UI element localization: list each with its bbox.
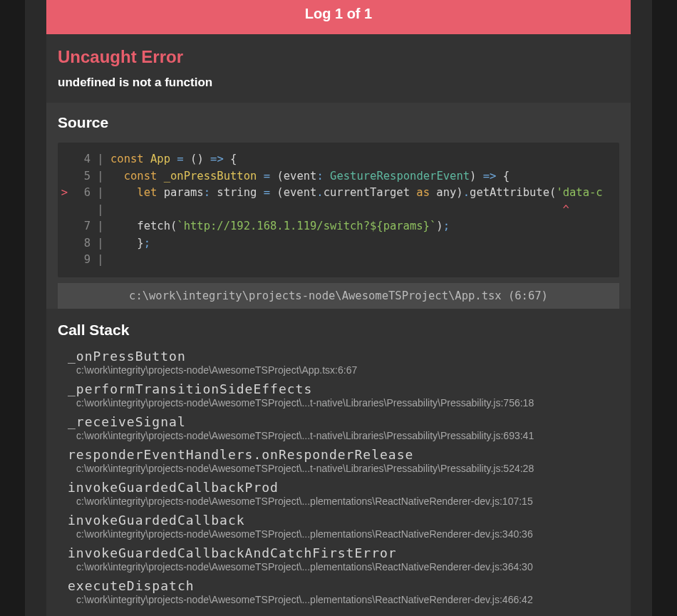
code-token [144,153,150,165]
code-token [270,170,277,183]
stack-frame[interactable]: _receiveSignalc:\work\integrity\projects… [58,414,619,441]
code-token: 'data-c [556,186,602,199]
frame-function: invokeGuardedCallbackAndCatchFirstError [68,545,619,560]
frame-function: _onPressButton [68,349,619,364]
line-number [68,202,91,219]
code-token: : [204,186,210,199]
gutter-pipe: | [91,153,110,165]
code-line: >6 | let params: string = (event.current… [58,185,619,202]
code-token: event [284,186,317,199]
gutter-pipe: | [91,220,110,232]
frame-location: c:\work\integrity\projects-node\AwesomeT… [68,364,619,376]
code-token: ( [277,186,283,199]
code-token: let [137,186,157,199]
code-line: 5 | const _onPressButton = (event: Gestu… [58,168,619,185]
code-token: { [503,170,510,183]
line-number: 9 [68,252,91,269]
error-section: Uncaught Error undefined is not a functi… [46,34,631,103]
code-token: { [230,153,237,165]
code-token: ^ [563,203,569,216]
stack-frame[interactable]: executeDispatchc:\work\integrity\project… [58,578,619,605]
code-token: . [463,186,470,199]
code-token [496,170,502,183]
frame-function: invokeGuardedCallback [68,513,619,528]
code-token: () [190,153,204,165]
gutter-pipe: | [91,237,110,250]
code-token: event [284,170,317,183]
code-token [110,186,137,199]
code-token: App [150,153,170,165]
frame-function: responderEventHandlers.onResponderReleas… [68,447,619,462]
error-screen: Log 1 of 1 Uncaught Error undefined is n… [46,0,631,616]
code-line: 8 | }; [58,235,619,252]
log-header[interactable]: Log 1 of 1 [46,0,631,34]
code-token: ; [144,237,150,250]
code-token: `http://192.168.1.119/switch?${params}` [177,220,436,232]
code-token [324,170,330,183]
code-token: fetch [137,220,170,232]
code-token [110,170,124,183]
code-token: ) [470,170,476,183]
error-marker: > [58,185,68,202]
error-message: undefined is not a function [58,76,619,90]
gutter-pipe: | [91,186,110,199]
code-token: GestureResponderEvent [330,170,470,183]
code-token: ( [549,186,556,199]
code-token [257,170,263,183]
source-section: Source 4 | const App = () => { 5 | const… [46,103,631,309]
stack-frame[interactable]: invokeGuardedCallbackProdc:\work\integri… [58,480,619,507]
code-line: | ^ [58,202,619,219]
code-token: getAttribute [470,186,549,199]
code-token: ) [436,220,443,232]
source-code-block: 4 | const App = () => { 5 | const _onPre… [58,143,619,277]
frame-function: executeDispatch [68,578,619,593]
code-token [270,186,277,199]
frame-function: _receiveSignal [68,414,619,429]
code-token: = [177,153,183,165]
code-token [476,170,482,183]
code-token [157,170,163,183]
callstack-title: Call Stack [58,322,619,339]
gutter-pipe: | [91,253,110,266]
code-token: as [416,186,430,199]
code-line: 4 | const App = () => { [58,151,619,168]
source-title: Source [58,114,619,131]
line-number: 8 [68,235,91,252]
error-title: Uncaught Error [58,47,619,67]
stack-frames: _onPressButtonc:\work\integrity\projects… [58,349,619,605]
code-token: ; [443,220,450,232]
source-file-path: c:\work\integrity\projects-node\AwesomeT… [58,283,619,309]
line-number: 5 [68,168,91,185]
code-token [110,203,563,216]
frame-location: c:\work\integrity\projects-node\AwesomeT… [68,397,619,409]
frame-function: _performTransitionSideEffects [68,381,619,396]
code-token: string [210,186,264,199]
code-token: ) [456,186,462,199]
error-marker [58,252,68,269]
code-line: 7 | fetch(`http://192.168.1.119/switch?$… [58,218,619,235]
code-token [184,153,190,165]
gutter-pipe: | [91,170,110,183]
frame-location: c:\work\integrity\projects-node\AwesomeT… [68,496,619,507]
code-token: } [137,237,143,250]
stack-frame[interactable]: invokeGuardedCallbackAndCatchFirstErrorc… [58,545,619,573]
frame-location: c:\work\integrity\projects-node\AwesomeT… [68,430,619,441]
stack-frame[interactable]: _onPressButtonc:\work\integrity\projects… [58,349,619,376]
code-token: => [210,153,224,165]
code-token: : [316,170,323,183]
frame-location: c:\work\integrity\projects-node\AwesomeT… [68,594,619,605]
line-number: 6 [68,185,91,202]
error-marker [58,235,68,252]
frame-function: invokeGuardedCallbackProd [68,480,619,495]
code-token [170,153,177,165]
stack-frame[interactable]: _performTransitionSideEffectsc:\work\int… [58,381,619,409]
error-marker [58,202,68,219]
error-marker [58,168,68,185]
stack-frame[interactable]: responderEventHandlers.onResponderReleas… [58,447,619,474]
code-token: const [110,153,144,165]
code-token: ( [277,170,283,183]
code-token: const [124,170,157,183]
code-token: . [316,186,323,199]
stack-frame[interactable]: invokeGuardedCallbackc:\work\integrity\p… [58,513,619,540]
code-token: ( [170,220,177,232]
